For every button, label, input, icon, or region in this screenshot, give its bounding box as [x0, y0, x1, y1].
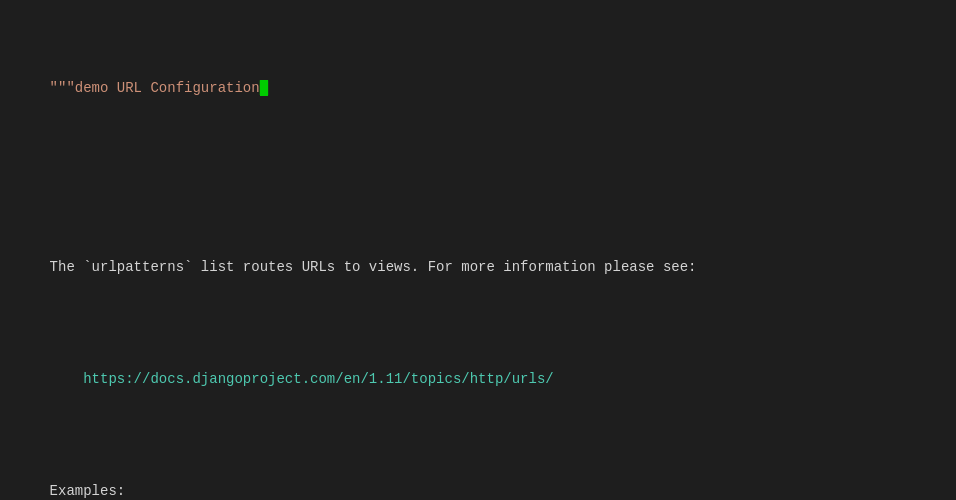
url-link-line: https://docs.djangoproject.com/en/1.11/t…: [16, 346, 940, 413]
docstring-quotes: """demo URL Configuration: [50, 80, 260, 96]
blank-line: [16, 167, 940, 189]
docstring-open-line: """demo URL Configuration█: [16, 55, 940, 122]
examples-line: Examples:: [16, 458, 940, 500]
code-editor: """demo URL Configuration█ The `urlpatte…: [16, 10, 940, 500]
cursor: █: [260, 80, 268, 96]
urlpatterns-desc-line: The `urlpatterns` list routes URLs to vi…: [16, 234, 940, 301]
